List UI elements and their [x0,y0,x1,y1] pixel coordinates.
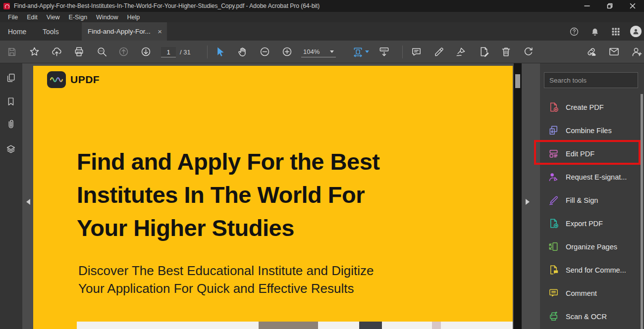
cloud-upload-icon[interactable] [51,46,62,58]
tools-panel-scrollbar[interactable] [641,94,643,329]
updf-logo-text: UPDF [70,74,100,86]
print-icon[interactable] [73,46,85,58]
menu-window[interactable]: Window [92,14,122,21]
account-avatar[interactable] [630,26,642,37]
layers-icon[interactable] [5,143,16,154]
search-icon[interactable] [96,46,107,58]
highlighter-icon[interactable] [433,46,445,58]
minimize-button[interactable] [576,0,598,12]
close-button[interactable] [621,0,644,12]
main-area: UPDF Find and Apply For the Best Institu… [0,63,644,329]
collapse-left-arrow[interactable] [25,198,32,206]
search-tools-input[interactable] [544,72,638,88]
zoom-level-value: 104% [303,48,320,55]
organize-pages-icon [548,241,559,252]
comment-bubble-icon[interactable] [410,46,422,58]
restore-button[interactable] [598,0,621,12]
vertical-scrollbar[interactable] [514,63,522,329]
tool-item-export-pdf[interactable]: Export PDF [540,212,639,235]
menu-help[interactable]: Help [123,14,145,21]
acrobat-icon [3,3,10,9]
combine-files-icon [548,125,559,136]
page-edit-icon[interactable] [478,46,489,58]
fill-and-sign-icon [548,194,559,206]
chevron-down-icon [330,50,334,53]
main-toolbar: / 31 104% [0,41,644,63]
rotate-pages-icon[interactable] [522,46,534,58]
tab-tools[interactable]: Tools [43,22,59,41]
tool-item-request-esignatures[interactable]: Request E-signat... [540,165,639,188]
tool-item-fill-and-sign[interactable]: Fill & Sign [540,188,639,212]
zoom-out-icon[interactable] [259,46,270,58]
hand-tool-icon[interactable] [236,46,248,58]
tool-item-scan-ocr[interactable]: Scan & OCR [540,305,639,328]
menu-esign[interactable]: E-Sign [64,14,92,21]
menu-edit[interactable]: Edit [22,14,42,21]
tab-close-icon[interactable]: × [158,28,162,35]
page-fit-icon[interactable] [352,46,364,58]
tool-item-organize-pages[interactable]: Organize Pages [540,235,639,258]
select-tool-icon[interactable] [214,46,225,58]
app-grid-icon[interactable] [611,27,621,37]
notifications-bell-icon[interactable] [590,27,600,37]
help-icon[interactable] [569,27,579,37]
tab-home[interactable]: Home [8,22,26,41]
updf-logo-icon [47,71,66,88]
tool-item-send-for-comments[interactable]: Send for Comme... [540,258,639,282]
zoom-in-icon[interactable] [281,46,293,58]
page-total-label: / 31 [180,41,191,63]
left-nav-rail [0,63,22,329]
create-pdf-icon [548,101,559,113]
updf-logo: UPDF [47,71,100,88]
ink-signature-icon[interactable] [455,46,467,58]
headline-line: Find and Apply For the Best [77,145,379,178]
trash-icon[interactable] [500,46,512,58]
add-people-icon[interactable] [631,46,643,58]
next-page-icon[interactable] [140,46,152,58]
hide-toolbar-icon[interactable] [378,46,390,58]
tool-item-comment[interactable]: Comment [540,282,639,305]
window-controls [576,0,644,12]
headline-line: Institutes In The World For [77,178,379,211]
menu-bar: File Edit View E-Sign Window Help [0,12,644,22]
page-thumbnails-icon[interactable] [5,72,16,83]
request-esignatures-icon [548,171,559,183]
star-icon[interactable] [28,46,40,58]
previous-page-icon[interactable] [117,46,129,58]
page-subtitle: Discover The Best Educational Institute … [78,262,374,297]
acrobat-window: Find-and-Apply-For-the-Best-Institutes-I… [0,0,644,329]
edit-pdf-highlight [534,140,641,165]
tool-item-label: Organize Pages [566,243,617,251]
zoom-level-dropdown[interactable]: 104% [301,47,336,57]
subtitle-line: Discover The Best Educational Institute … [78,262,374,280]
window-title: Find-and-Apply-For-the-Best-Institutes-I… [14,2,320,9]
scrollbar-thumb[interactable] [515,74,520,88]
subtitle-line: Your Application For Quick and Effective… [78,280,374,297]
bookmarks-icon[interactable] [5,96,16,107]
document-pane: UPDF Find and Apply For the Best Institu… [22,63,540,329]
photo-fragment [259,322,318,329]
title-bar: Find-and-Apply-For-the-Best-Institutes-I… [0,0,644,12]
triangle-right-icon [526,199,530,205]
page-number-input[interactable] [161,47,176,57]
share-link-icon[interactable] [585,46,597,58]
tool-item-label: Request E-signat... [566,173,627,181]
tools-panel: Create PDF Combine Files Edit PDF Reques… [540,63,644,329]
menu-view[interactable]: View [42,14,64,21]
menu-file[interactable]: File [3,14,22,21]
document-tab[interactable]: Find-and-Apply-For... × [82,22,167,41]
email-icon[interactable] [608,46,620,58]
headline-line: Your Higher Studies [77,211,379,244]
attachments-icon[interactable] [5,119,16,130]
document-tab-label: Find-and-Apply-For... [88,28,155,35]
page-headline: Find and Apply For the Best Institutes I… [77,145,379,244]
collapse-right-arrow[interactable] [524,198,531,206]
tool-item-label: Fill & Sign [566,196,598,204]
page-fit-chevron-icon[interactable] [365,50,369,53]
save-icon[interactable] [6,46,18,58]
comment-icon [548,287,559,299]
tool-item-label: Export PDF [566,220,603,228]
tool-item-label: Send for Comme... [566,266,626,274]
tool-item-create-pdf[interactable]: Create PDF [540,95,639,119]
tool-item-combine-files[interactable]: Combine Files [540,119,639,142]
